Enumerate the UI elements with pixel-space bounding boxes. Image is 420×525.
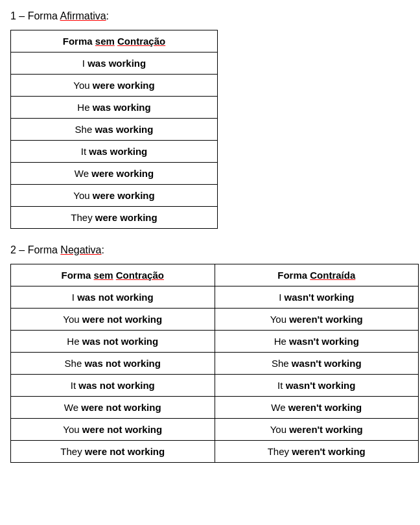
table-row: He was not working: [11, 331, 215, 353]
table-row: It wasn't working: [215, 375, 419, 397]
table-row: She was working: [11, 119, 218, 141]
table-row: They were not working: [11, 441, 215, 463]
table-row: They weren't working: [215, 441, 419, 463]
affirmative-label: Afirmativa: [60, 10, 106, 21]
negative-title: 2 – Forma Negativa:: [10, 244, 410, 256]
negative-header-col2: Forma Contraída: [215, 264, 419, 286]
negative-table: Forma sem Contração Forma Contraída I wa…: [10, 264, 419, 463]
negative-header-col1: Forma sem Contração: [11, 264, 215, 286]
affirmative-header: Forma sem Contração: [11, 30, 218, 52]
table-row: I was working: [11, 52, 218, 75]
table-row: I wasn't working: [215, 286, 419, 309]
table-row: It was working: [11, 141, 218, 163]
table-row: He wasn't working: [215, 331, 419, 353]
table-row: We were not working: [11, 397, 215, 419]
table-row: You were not working: [11, 419, 215, 441]
affirmative-title: 1 – Forma Afirmativa:: [10, 10, 410, 22]
table-row: He was working: [11, 97, 218, 119]
table-row: You were working: [11, 75, 218, 97]
table-row: You were not working: [11, 309, 215, 331]
table-row: We weren't working: [215, 397, 419, 419]
table-row: They were working: [11, 207, 218, 229]
table-row: You were working: [11, 185, 218, 207]
table-row: She wasn't working: [215, 353, 419, 375]
affirmative-table: Forma sem Contração I was workingYou wer…: [10, 30, 218, 229]
table-row: You weren't working: [215, 419, 419, 441]
table-row: We were working: [11, 163, 218, 185]
table-row: She was not working: [11, 353, 215, 375]
table-row: It was not working: [11, 375, 215, 397]
table-row: I was not working: [11, 286, 215, 309]
table-row: You weren't working: [215, 309, 419, 331]
negative-label: Negativa: [60, 244, 101, 255]
